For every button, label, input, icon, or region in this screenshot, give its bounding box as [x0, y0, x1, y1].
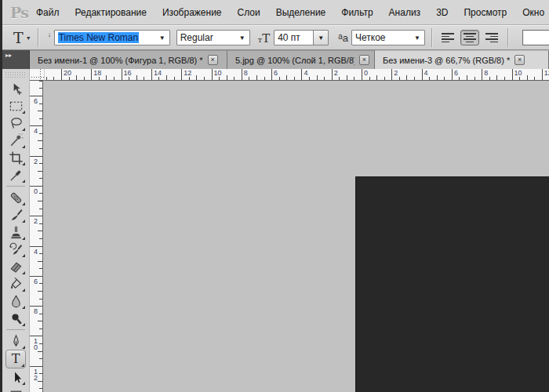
menu-item-редактирование[interactable]: Редактирование	[74, 5, 148, 20]
current-tool-badge[interactable]: T ▼	[13, 29, 31, 46]
menubar: Ps ФайлРедактированиеИзображениеСлоиВыде…	[2, 0, 549, 25]
paint-bucket-tool[interactable]	[5, 275, 26, 292]
pen-tool-icon	[9, 334, 24, 349]
crop-tool[interactable]	[5, 149, 26, 166]
blur-tool-icon	[9, 294, 24, 309]
tab-label: Без имени-3 @ 66,7% (RGB/8) *	[383, 56, 510, 65]
document-tab[interactable]: Без имени-3 @ 66,7% (RGB/8) *×	[375, 50, 549, 69]
anti-alias-value: Четкое	[352, 32, 389, 43]
ruler-origin-crosshair	[40, 69, 41, 81]
align-center-icon	[464, 33, 476, 42]
close-icon[interactable]: ×	[514, 55, 525, 65]
horizontal-ruler: 2018161412108642024681012	[45, 69, 549, 81]
ruler-origin-corner[interactable]	[30, 69, 45, 81]
type-tool[interactable]: T	[5, 350, 26, 368]
quick-selection-tool[interactable]	[5, 132, 26, 149]
tabs: Без имени-1 @ 100% (Фигура 1, RGB/8) *×5…	[30, 50, 549, 69]
eyedropper-tool-icon	[9, 168, 24, 183]
font-style-value: Regular	[177, 32, 216, 43]
font-family-select[interactable]: Times New Roman ▼	[54, 30, 170, 45]
chevron-down-icon[interactable]: ▼	[313, 31, 328, 45]
photoshop-window: Ps ФайлРедактированиеИзображениеСлоиВыде…	[0, 0, 549, 392]
dodge-tool[interactable]	[5, 310, 26, 327]
menu-item-окно[interactable]: Окно	[521, 5, 546, 20]
document-canvas[interactable]	[355, 176, 549, 392]
pen-tool[interactable]	[5, 332, 26, 350]
tools-panel-grip[interactable]	[5, 71, 27, 78]
move-tool[interactable]	[5, 80, 26, 97]
canvas-pasteboard[interactable]	[43, 81, 549, 392]
clone-stamp-tool[interactable]	[5, 223, 26, 241]
font-size-icon: тТ	[258, 31, 271, 45]
history-brush-tool[interactable]	[5, 241, 26, 258]
menu-item-3d[interactable]: 3D	[434, 5, 449, 20]
spot-healing-brush-tool-icon	[9, 191, 24, 205]
align-left-icon	[442, 33, 454, 42]
rectangular-marquee-tool-icon	[9, 99, 24, 114]
font-style-select[interactable]: Regular ▼	[176, 30, 250, 45]
eraser-tool-icon	[9, 260, 24, 274]
spot-healing-brush-tool[interactable]	[5, 189, 26, 206]
crop-tool-icon	[9, 151, 24, 165]
rectangular-marquee-tool[interactable]	[5, 97, 26, 114]
path-selection-tool[interactable]	[5, 368, 26, 386]
eraser-tool[interactable]	[5, 258, 26, 275]
rectangle-shape-tool[interactable]	[5, 386, 26, 392]
paint-bucket-tool-icon	[9, 277, 24, 292]
menu-item-анализ[interactable]: Анализ	[387, 5, 423, 20]
anti-alias-icon: aa	[338, 31, 348, 45]
lasso-tool[interactable]	[5, 114, 26, 132]
tools-panel: T	[2, 69, 30, 392]
history-brush-tool-icon	[9, 242, 24, 257]
divider	[507, 28, 508, 47]
down-arrow-icon: ↓	[48, 31, 52, 38]
type-tool-icon: T	[13, 29, 24, 46]
font-size-select[interactable]: 40 пт ▼	[274, 30, 329, 45]
options-bar: T ▼ ↓ T → Times New Roman ▼ Regular ▼ тТ…	[2, 25, 549, 50]
close-icon[interactable]: ×	[208, 55, 218, 65]
lasso-tool-icon	[9, 116, 24, 131]
align-center-button[interactable]	[460, 30, 479, 45]
align-left-button[interactable]	[438, 30, 457, 45]
font-size-value: 40 пт	[274, 32, 304, 43]
align-right-icon	[485, 33, 498, 42]
quick-selection-tool-icon	[9, 133, 24, 148]
document-tab[interactable]: 5.jpg @ 100% (Слой 1, RGB/8) *×	[227, 50, 375, 69]
menubar-items: ФайлРедактированиеИзображениеСлоиВыделен…	[35, 5, 549, 20]
chevron-down-icon[interactable]: ▼	[155, 34, 169, 42]
menu-item-выделение[interactable]: Выделение	[274, 5, 328, 20]
menu-item-файл[interactable]: Файл	[35, 5, 61, 20]
close-icon[interactable]: ×	[359, 55, 369, 65]
document-tabbar: ▸▸ Без имени-1 @ 100% (Фигура 1, RGB/8) …	[2, 50, 549, 69]
ps-logo: Ps	[10, 4, 28, 21]
eyedropper-tool[interactable]	[5, 166, 26, 183]
tab-label: 5.jpg @ 100% (Слой 1, RGB/8) *	[235, 56, 354, 65]
brush-tool[interactable]	[5, 206, 26, 223]
chevron-down-icon[interactable]: ▼	[410, 34, 424, 42]
menu-item-фильтр[interactable]: Фильтр	[340, 5, 374, 20]
blur-tool[interactable]	[5, 292, 26, 310]
tools-divider	[6, 186, 25, 187]
brush-tool-icon	[9, 208, 24, 223]
type-tool-icon: T	[12, 353, 20, 365]
move-tool-icon	[9, 82, 24, 96]
menu-item-просмотр[interactable]: Просмотр	[462, 5, 508, 20]
divider	[431, 28, 432, 47]
chevron-down-icon[interactable]: ▼	[26, 35, 31, 41]
document-tab[interactable]: Без имени-1 @ 100% (Фигура 1, RGB/8) *×	[30, 50, 227, 69]
tools-divider	[6, 329, 25, 330]
vertical-ruler: 642024681 01 21 4	[30, 81, 43, 392]
chevron-down-icon[interactable]: ▼	[235, 34, 249, 42]
dodge-tool-icon	[9, 311, 24, 326]
align-right-button[interactable]	[482, 30, 501, 45]
rectangle-shape-tool-icon	[9, 387, 24, 392]
clone-stamp-tool-icon	[9, 225, 24, 240]
collapse-panels-button[interactable]: ▸▸	[2, 50, 30, 69]
tab-label: Без имени-1 @ 100% (Фигура 1, RGB/8) *	[38, 56, 203, 65]
path-selection-tool-icon	[9, 370, 24, 385]
text-color-swatch[interactable]	[522, 30, 549, 45]
anti-alias-select[interactable]: Четкое ▼	[351, 30, 425, 45]
menu-item-слои[interactable]: Слои	[236, 5, 262, 20]
text-align-group	[438, 30, 501, 45]
menu-item-изображение[interactable]: Изображение	[161, 5, 224, 20]
